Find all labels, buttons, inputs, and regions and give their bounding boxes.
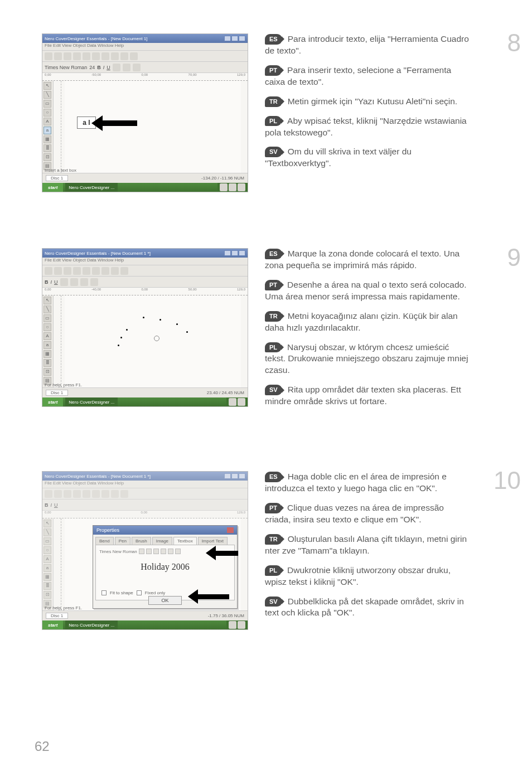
open-icon[interactable]: [54, 52, 62, 60]
maximize-icon[interactable]: [231, 473, 238, 479]
ok-button[interactable]: OK: [148, 596, 182, 605]
help-icon[interactable]: [130, 52, 138, 60]
track-tool-icon[interactable]: ≣: [43, 582, 51, 590]
track-tool-icon[interactable]: ≣: [43, 144, 51, 152]
textbox-tool-icon[interactable]: a: [43, 127, 51, 134]
toolbar-icon[interactable]: [139, 549, 144, 554]
fit-shape-checkbox[interactable]: [101, 590, 107, 595]
toolbar-icon[interactable]: [92, 267, 100, 275]
tray-icon[interactable]: [220, 183, 228, 191]
tab-textbox[interactable]: Textbox: [173, 537, 197, 545]
text-tool-icon[interactable]: A: [43, 118, 51, 125]
toolbar-icon[interactable]: [83, 490, 90, 498]
toolbar-icon[interactable]: [153, 549, 159, 554]
image-tool-icon[interactable]: ▦: [43, 135, 51, 143]
rectangle-tool-icon[interactable]: ▭: [43, 314, 51, 322]
copy-icon[interactable]: [92, 52, 100, 60]
disc-canvas[interactable]: [65, 295, 241, 387]
align-left-icon[interactable]: [113, 64, 120, 71]
textbox-tool-icon[interactable]: a: [43, 341, 51, 349]
redo-icon[interactable]: [120, 52, 128, 60]
tray-icon[interactable]: [238, 621, 245, 629]
underline-button[interactable]: U: [54, 502, 58, 508]
tray-icon[interactable]: [238, 398, 245, 406]
dialog-close-icon[interactable]: [227, 527, 234, 533]
toolbar-icon[interactable]: [111, 490, 119, 498]
tab-image[interactable]: Image: [152, 537, 172, 545]
toolbar-icon[interactable]: [168, 549, 173, 554]
toolbar-icon[interactable]: [92, 490, 100, 498]
toolbar-icon[interactable]: [83, 267, 90, 275]
document-tab[interactable]: Disc 1: [46, 390, 68, 396]
print-icon[interactable]: [73, 52, 81, 60]
minimize-icon[interactable]: [224, 250, 231, 256]
paste-icon[interactable]: [101, 52, 109, 60]
pointer-tool-icon[interactable]: ↖: [43, 520, 51, 527]
maximize-icon[interactable]: [231, 36, 238, 41]
field-tool-icon[interactable]: ⊡: [43, 368, 51, 376]
track-tool-icon[interactable]: ≣: [43, 359, 51, 367]
line-tool-icon[interactable]: ╲: [43, 306, 51, 313]
maximize-icon[interactable]: [231, 250, 238, 256]
toolbar-icon[interactable]: [45, 490, 52, 498]
bold-button[interactable]: B: [97, 65, 101, 70]
start-button[interactable]: start: [42, 397, 63, 406]
toolbar-icon[interactable]: [101, 490, 109, 498]
toolbar-icon[interactable]: [90, 278, 98, 286]
minimize-icon[interactable]: [224, 36, 231, 41]
ellipse-tool-icon[interactable]: ○: [43, 109, 51, 117]
document-tab[interactable]: Disc 1: [46, 175, 68, 181]
underline-button[interactable]: U: [54, 279, 58, 285]
toolbar-icon[interactable]: [146, 549, 152, 554]
font-size-select[interactable]: 24: [89, 65, 95, 70]
taskbar-app[interactable]: Nero CoverDesigner ...: [65, 397, 118, 406]
disc-canvas[interactable]: Properties Bend Pen Brush Image Textbox …: [65, 518, 241, 610]
tab-pen[interactable]: Pen: [115, 537, 130, 545]
text-tool-icon[interactable]: A: [43, 332, 51, 340]
toolbar-icon[interactable]: [70, 278, 78, 286]
align-center-icon[interactable]: [123, 64, 130, 71]
close-icon[interactable]: [239, 250, 245, 256]
rectangle-tool-icon[interactable]: ▭: [43, 537, 51, 545]
tab-import-text[interactable]: Import Text: [198, 537, 228, 545]
toolbar-icon[interactable]: [80, 278, 88, 286]
fixed-only-checkbox[interactable]: [137, 590, 142, 595]
italic-button[interactable]: I: [103, 65, 105, 70]
pointer-tool-icon[interactable]: ↖: [43, 82, 51, 90]
rectangle-tool-icon[interactable]: ▭: [43, 100, 51, 108]
start-button[interactable]: start: [42, 620, 63, 629]
toolbar-icon[interactable]: [111, 267, 119, 275]
bold-button[interactable]: B: [45, 279, 49, 285]
toolbar-icon[interactable]: [73, 490, 81, 498]
toolbar-icon[interactable]: [54, 267, 62, 275]
disc-canvas[interactable]: a I: [65, 81, 241, 173]
text-tool-icon[interactable]: A: [43, 555, 51, 563]
tray-icon[interactable]: [229, 398, 236, 406]
dialog-font-select[interactable]: Times New Roman: [99, 549, 137, 554]
toolbar-icon[interactable]: [175, 549, 181, 554]
image-tool-icon[interactable]: ▦: [43, 573, 51, 581]
taskbar-app[interactable]: Nero CoverDesigner ...: [65, 183, 118, 192]
field-tool-icon[interactable]: ⊡: [43, 591, 51, 599]
toolbar-icon[interactable]: [73, 267, 81, 275]
ellipse-tool-icon[interactable]: ○: [43, 546, 51, 554]
menu-bar[interactable]: File Edit View Object Data Window Help: [42, 43, 248, 51]
tray-icon[interactable]: [229, 183, 236, 191]
minimize-icon[interactable]: [224, 473, 231, 479]
toolbar-icon[interactable]: [54, 490, 62, 498]
tray-icon[interactable]: [229, 621, 236, 629]
close-icon[interactable]: [239, 473, 245, 479]
line-tool-icon[interactable]: ╲: [43, 528, 51, 536]
underline-button[interactable]: U: [107, 65, 110, 70]
line-tool-icon[interactable]: ╲: [43, 91, 51, 99]
italic-button[interactable]: I: [51, 502, 52, 508]
toolbar-icon[interactable]: [161, 549, 166, 554]
undo-icon[interactable]: [111, 52, 119, 60]
font-name-select[interactable]: Times New Roman: [45, 65, 87, 70]
image-tool-icon[interactable]: ▦: [43, 350, 51, 358]
pointer-tool-icon[interactable]: ↖: [43, 297, 51, 304]
close-icon[interactable]: [239, 36, 245, 41]
tab-brush[interactable]: Brush: [132, 537, 151, 545]
taskbar-app[interactable]: Nero CoverDesigner ...: [65, 620, 118, 629]
italic-button[interactable]: I: [51, 279, 52, 285]
